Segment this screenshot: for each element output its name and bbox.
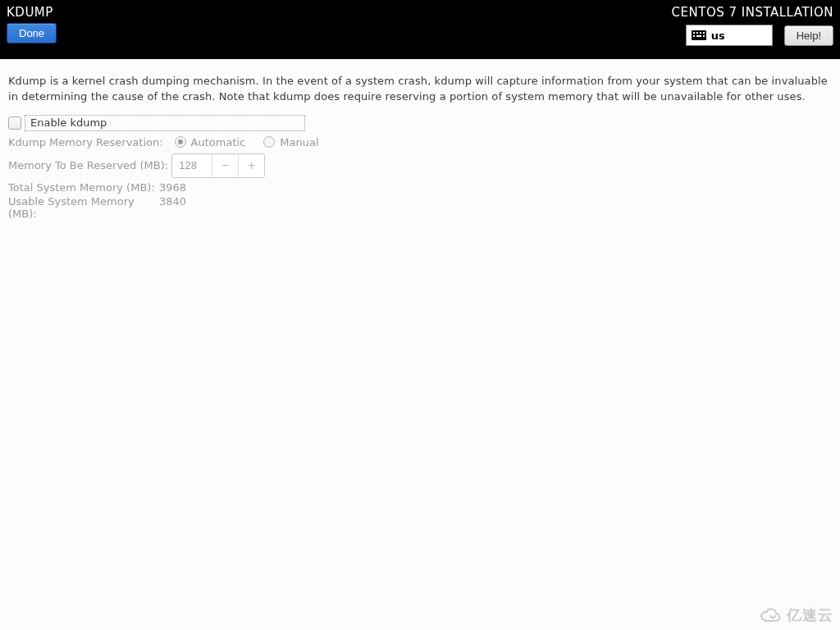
enable-kdump-label: Enable kdump	[25, 115, 305, 131]
total-memory-row: Total System Memory (MB): 3968	[8, 181, 832, 194]
radio-manual[interactable]: Manual	[263, 136, 318, 148]
usable-memory-value: 3840	[159, 195, 186, 220]
spin-plus-button[interactable]: +	[238, 154, 264, 177]
topbar-right-row: us Help!	[672, 25, 833, 46]
radio-manual-outer	[263, 136, 275, 148]
page-title: KDUMP	[7, 5, 57, 20]
mem-reservation-radio-group: Automatic Manual	[175, 136, 319, 148]
kdump-description: Kdump is a kernel crash dumping mechanis…	[8, 74, 832, 105]
total-memory-label: Total System Memory (MB):	[8, 181, 159, 194]
cloud-icon	[759, 607, 782, 623]
mem-to-reserve-label: Memory To Be Reserved (MB):	[8, 159, 168, 171]
watermark-text: 亿速云	[787, 605, 833, 625]
keyboard-layout-label: us	[711, 30, 725, 42]
topbar-right: CENTOS 7 INSTALLATION us Help!	[672, 5, 833, 46]
topbar-left: KDUMP Done	[7, 5, 57, 43]
enable-row: Enable kdump	[8, 115, 832, 131]
radio-automatic-outer	[175, 136, 186, 148]
mem-to-reserve-row: Memory To Be Reserved (MB): − +	[8, 153, 832, 178]
top-bar: KDUMP Done CENTOS 7 INSTALLATION us Help…	[0, 0, 840, 59]
watermark: 亿速云	[759, 605, 833, 625]
mem-reservation-label: Kdump Memory Reservation:	[8, 136, 163, 148]
install-title: CENTOS 7 INSTALLATION	[672, 5, 833, 20]
total-memory-value: 3968	[159, 181, 186, 194]
mem-to-reserve-spinner: − +	[171, 153, 265, 178]
usable-memory-row: Usable System Memory (MB): 3840	[8, 195, 832, 220]
mem-to-reserve-input[interactable]	[172, 154, 212, 177]
keyboard-indicator[interactable]: us	[686, 25, 773, 46]
usable-memory-label: Usable System Memory (MB):	[8, 195, 159, 220]
radio-manual-label: Manual	[280, 136, 318, 148]
enable-kdump-checkbox[interactable]	[8, 116, 21, 130]
radio-automatic[interactable]: Automatic	[175, 136, 246, 148]
help-button[interactable]: Help!	[784, 25, 833, 46]
spin-minus-button[interactable]: −	[212, 154, 238, 177]
mem-reservation-row: Kdump Memory Reservation: Automatic Manu…	[8, 136, 832, 148]
radio-dot-icon	[178, 139, 183, 144]
keyboard-icon	[692, 30, 706, 40]
content-area: Kdump is a kernel crash dumping mechanis…	[0, 59, 840, 230]
done-button[interactable]: Done	[7, 23, 57, 43]
radio-automatic-label: Automatic	[191, 136, 246, 148]
